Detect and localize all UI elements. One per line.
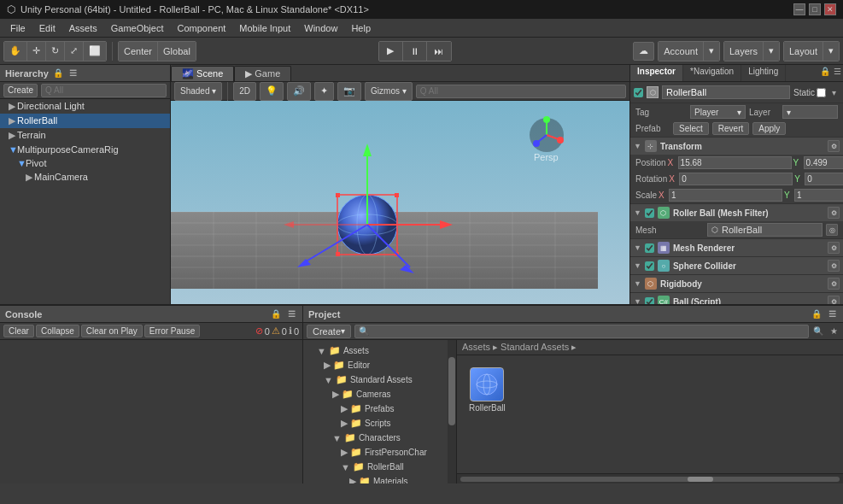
project-create-button[interactable]: Create ▾ [307,325,351,338]
tree-rollerball[interactable]: ▼ 📁 RollerBall [303,460,456,474]
maximize-button[interactable]: □ [809,3,821,15]
hierarchy-lock-icon[interactable]: 🔒 [52,67,64,79]
hierarchy-create-button[interactable]: Create [3,84,38,97]
pause-button[interactable]: ⏸ [403,42,427,61]
bs-settings-icon[interactable]: ⚙ [828,296,840,304]
layout-button[interactable]: Layout [784,42,823,61]
revert-button[interactable]: Revert [712,122,749,135]
rotation-y-input[interactable] [805,173,843,185]
hierarchy-item-maincamera[interactable]: ▶MainCamera [0,170,170,185]
scene-search-input[interactable] [416,85,626,98]
shaded-dropdown[interactable]: Shaded ▾ [174,82,222,101]
menu-help[interactable]: Help [344,21,378,35]
console-menu-icon[interactable]: ☰ [285,308,297,320]
tree-assets[interactable]: ▼ 📁 Assets [303,343,456,358]
sc-settings-icon[interactable]: ⚙ [828,260,840,272]
menu-edit[interactable]: Edit [32,21,62,35]
collab-button[interactable]: ☁ [633,42,654,61]
rect-tool-button[interactable]: ⬜ [84,42,106,61]
tag-dropdown[interactable]: Player▾ [690,105,746,119]
rotate-tool-button[interactable]: ↻ [46,42,65,61]
tree-cameras[interactable]: ▶ 📁 Cameras [303,387,456,401]
transform-settings-icon[interactable]: ⚙ [828,140,840,152]
object-active-checkbox[interactable] [634,88,643,97]
account-button[interactable]: Account [659,42,704,61]
project-search-icon[interactable]: 🔍 [812,325,824,337]
ball-script-active[interactable] [645,297,654,305]
minimize-button[interactable]: — [793,3,805,15]
tree-cam-scripts[interactable]: ▶ 📁 Scripts [303,416,456,431]
project-lock-icon[interactable]: 🔒 [811,308,823,320]
menu-component[interactable]: Component [170,21,232,35]
scene-light-icon[interactable]: 💡 [260,82,284,101]
mesh-renderer-active[interactable] [645,243,654,253]
tree-characters[interactable]: ▼ 📁 Characters [303,431,456,445]
menu-file[interactable]: File [3,21,32,35]
position-y-input[interactable] [804,156,843,169]
mesh-filter-header[interactable]: ▼ ⬡ Roller Ball (Mesh Filter) ⚙ [630,204,843,221]
clear-on-play-button[interactable]: Clear on Play [81,325,143,337]
position-x-input[interactable] [678,156,792,169]
2d-toggle[interactable]: 2D [233,82,256,101]
project-fav-icon[interactable]: ★ [828,325,840,337]
error-pause-button[interactable]: Error Pause [144,325,200,337]
hand-tool-button[interactable]: ✋ [4,42,27,61]
mr-settings-icon[interactable]: ⚙ [828,242,840,254]
static-checkbox[interactable] [817,88,826,97]
layout-dropdown[interactable]: ▾ [823,42,839,61]
play-button[interactable]: ▶ [379,42,403,61]
rigidbody-header[interactable]: ▼ ⬡ Rigidbody ⚙ [630,275,843,292]
lighting-tab[interactable]: Lighting [741,65,786,81]
hierarchy-item-directional-light[interactable]: ▶Directional Light [0,99,170,114]
sphere-collider-header[interactable]: ▼ ○ Sphere Collider ⚙ [630,257,843,274]
project-file-rollerball[interactable]: RollerBall [465,364,509,416]
ball-script-header[interactable]: ▼ C# Ball (Script) ⚙ [630,293,843,304]
inspector-menu-icon[interactable]: ☰ [831,65,843,77]
hierarchy-item-rollerball[interactable]: ▶RollerBall [0,114,170,128]
inspector-lock-icon[interactable]: 🔒 [819,65,831,77]
mf-settings-icon[interactable]: ⚙ [828,207,840,219]
clear-button[interactable]: Clear [3,325,34,337]
rb-settings-icon[interactable]: ⚙ [828,278,840,290]
rotation-x-input[interactable] [679,173,793,185]
hierarchy-item-camerarig[interactable]: ▼MultipurposeCameraRig [0,143,170,156]
move-tool-button[interactable]: ✛ [27,42,46,61]
scene-fx-icon[interactable]: ✦ [314,82,334,101]
hierarchy-item-terrain[interactable]: ▶Terrain [0,128,170,143]
scene-camera-icon[interactable]: 📷 [337,82,361,101]
navigation-tab[interactable]: *Navigation [683,65,741,81]
step-button[interactable]: ⏭ [427,42,451,61]
scene-tab[interactable]: 🌌 Scene [171,66,234,81]
gizmos-button[interactable]: Gizmos ▾ [365,82,413,101]
game-tab[interactable]: ▶ Game [234,66,291,81]
menu-mobile-input[interactable]: Mobile Input [232,21,297,35]
scene-audio-icon[interactable]: 🔊 [287,82,311,101]
close-button[interactable]: ✕ [824,3,836,15]
scale-y-input[interactable] [794,189,843,202]
collapse-button[interactable]: Collapse [36,325,79,337]
tree-materials[interactable]: ▶ 📁 Materials [303,474,456,483]
tree-editor[interactable]: ▶ 📁 Editor [303,358,456,372]
menu-window[interactable]: Window [297,21,344,35]
menu-assets[interactable]: Assets [62,21,104,35]
scale-x-input[interactable] [669,189,782,202]
layers-dropdown[interactable]: ▾ [764,42,779,61]
hierarchy-item-pivot[interactable]: ▼Pivot [0,156,170,170]
project-zoom-slider[interactable] [460,477,840,482]
menu-gameobject[interactable]: GameObject [104,21,171,35]
mesh-filter-active[interactable] [645,208,654,218]
apply-button[interactable]: Apply [752,122,786,135]
select-button[interactable]: Select [673,122,709,135]
mesh-renderer-header[interactable]: ▼ ▦ Mesh Renderer ⚙ [630,239,843,256]
object-name-input[interactable] [662,85,790,99]
transform-header[interactable]: ▼ ⊹ Transform ⚙ [630,138,843,155]
hierarchy-menu-icon[interactable]: ☰ [67,67,79,79]
hierarchy-search-input[interactable] [41,84,167,97]
center-button[interactable]: Center [119,42,158,61]
tree-scrollbar[interactable] [448,340,456,483]
layer-dropdown[interactable]: ▾ [782,105,838,119]
account-dropdown[interactable]: ▾ [704,42,719,61]
tree-cam-prefabs[interactable]: ▶ 📁 Prefabs [303,401,456,416]
inspector-tab[interactable]: Inspector [630,65,683,81]
tree-first-person[interactable]: ▶ 📁 FirstPersonChar [303,445,456,460]
